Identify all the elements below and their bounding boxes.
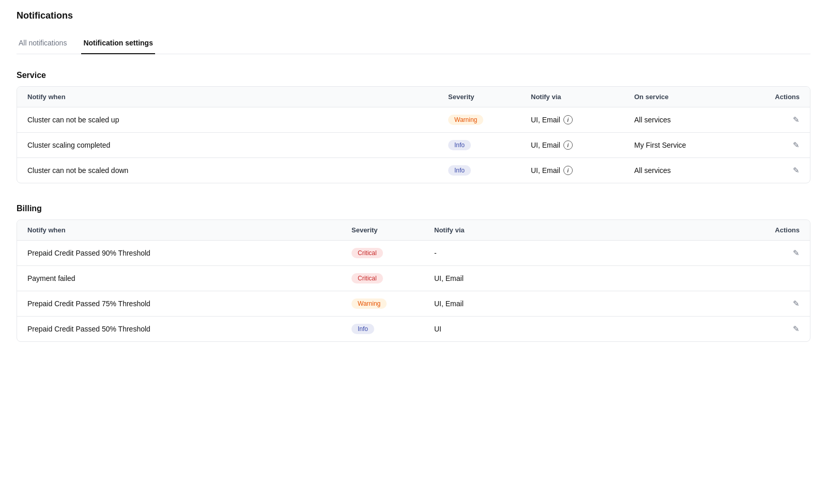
page-title: Notifications bbox=[17, 10, 810, 21]
severity-badge-warning: Warning bbox=[351, 298, 387, 309]
info-icon[interactable]: i bbox=[563, 166, 573, 175]
row-severity: Info bbox=[351, 324, 434, 334]
table-row: Prepaid Credit Passed 75% Threshold Warn… bbox=[17, 291, 810, 317]
severity-badge-critical: Critical bbox=[351, 273, 383, 284]
row-actions: ✎ bbox=[758, 115, 800, 124]
tab-notification-settings[interactable]: Notification settings bbox=[81, 34, 155, 54]
severity-badge-info: Info bbox=[351, 324, 374, 334]
row-notify-when: Cluster can not be scaled down bbox=[27, 166, 448, 175]
edit-icon[interactable]: ✎ bbox=[793, 166, 800, 175]
row-notify-via: UI, Email bbox=[434, 300, 758, 308]
info-icon[interactable]: i bbox=[563, 115, 573, 124]
row-notify-via: UI, Email i bbox=[531, 140, 634, 150]
billing-section: Billing Notify when Severity Notify via … bbox=[17, 204, 810, 342]
row-severity: Critical bbox=[351, 273, 434, 284]
severity-badge-info: Info bbox=[448, 140, 471, 150]
row-actions: ✎ bbox=[758, 248, 800, 258]
row-notify-when: Prepaid Credit Passed 50% Threshold bbox=[27, 325, 351, 333]
row-actions: ✎ bbox=[758, 140, 800, 150]
table-row: Cluster can not be scaled down Info UI, … bbox=[17, 158, 810, 183]
row-notify-via: UI, Email i bbox=[531, 115, 634, 124]
billing-table: Notify when Severity Notify via Actions … bbox=[17, 219, 810, 342]
severity-badge-info: Info bbox=[448, 165, 471, 176]
table-row: Cluster scaling completed Info UI, Email… bbox=[17, 133, 810, 158]
row-notify-when: Payment failed bbox=[27, 274, 351, 282]
row-notify-when: Cluster scaling completed bbox=[27, 141, 448, 149]
tabs-nav: All notifications Notification settings bbox=[17, 34, 810, 54]
edit-icon[interactable]: ✎ bbox=[793, 299, 800, 308]
row-notify-when: Cluster can not be scaled up bbox=[27, 116, 448, 124]
table-row: Prepaid Credit Passed 90% Threshold Crit… bbox=[17, 241, 810, 266]
row-severity: Critical bbox=[351, 248, 434, 258]
info-icon[interactable]: i bbox=[563, 140, 573, 150]
row-notify-when: Prepaid Credit Passed 90% Threshold bbox=[27, 249, 351, 257]
table-row: Cluster can not be scaled up Warning UI,… bbox=[17, 107, 810, 133]
row-on-service: All services bbox=[634, 166, 758, 175]
edit-icon[interactable]: ✎ bbox=[793, 140, 800, 150]
billing-section-title: Billing bbox=[17, 204, 810, 213]
row-notify-via: UI, Email i bbox=[531, 166, 634, 175]
service-table: Notify when Severity Notify via On servi… bbox=[17, 86, 810, 183]
row-severity: Warning bbox=[351, 298, 434, 309]
row-actions: ✎ bbox=[758, 324, 800, 334]
service-header-severity: Severity bbox=[448, 93, 531, 101]
table-row: Prepaid Credit Passed 50% Threshold Info… bbox=[17, 317, 810, 341]
service-table-header: Notify when Severity Notify via On servi… bbox=[17, 87, 810, 107]
row-notify-via: UI, Email bbox=[434, 274, 758, 282]
billing-header-notify-when: Notify when bbox=[27, 226, 351, 234]
row-notify-when: Prepaid Credit Passed 75% Threshold bbox=[27, 300, 351, 308]
billing-header-notify-via: Notify via bbox=[434, 226, 758, 234]
row-notify-via: - bbox=[434, 249, 758, 257]
table-row: Payment failed Critical UI, Email bbox=[17, 266, 810, 291]
page-container: Notifications All notifications Notifica… bbox=[0, 0, 827, 373]
edit-icon[interactable]: ✎ bbox=[793, 248, 800, 258]
billing-header-severity: Severity bbox=[351, 226, 434, 234]
service-header-notify-when: Notify when bbox=[27, 93, 448, 101]
service-section: Service Notify when Severity Notify via … bbox=[17, 71, 810, 183]
row-on-service: My First Service bbox=[634, 141, 758, 149]
severity-badge-critical: Critical bbox=[351, 248, 383, 258]
row-actions: ✎ bbox=[758, 166, 800, 175]
row-severity: Info bbox=[448, 165, 531, 176]
tab-all-notifications[interactable]: All notifications bbox=[17, 34, 69, 54]
row-actions: ✎ bbox=[758, 299, 800, 308]
billing-table-header: Notify when Severity Notify via Actions bbox=[17, 220, 810, 241]
row-notify-via: UI bbox=[434, 325, 758, 333]
service-section-title: Service bbox=[17, 71, 810, 80]
billing-header-actions: Actions bbox=[758, 226, 800, 234]
edit-icon[interactable]: ✎ bbox=[793, 115, 800, 124]
service-header-notify-via: Notify via bbox=[531, 93, 634, 101]
row-on-service: All services bbox=[634, 116, 758, 124]
service-header-on-service: On service bbox=[634, 93, 758, 101]
severity-badge-warning: Warning bbox=[448, 115, 483, 125]
row-severity: Info bbox=[448, 140, 531, 150]
service-header-actions: Actions bbox=[758, 93, 800, 101]
row-severity: Warning bbox=[448, 115, 531, 125]
edit-icon[interactable]: ✎ bbox=[793, 324, 800, 334]
